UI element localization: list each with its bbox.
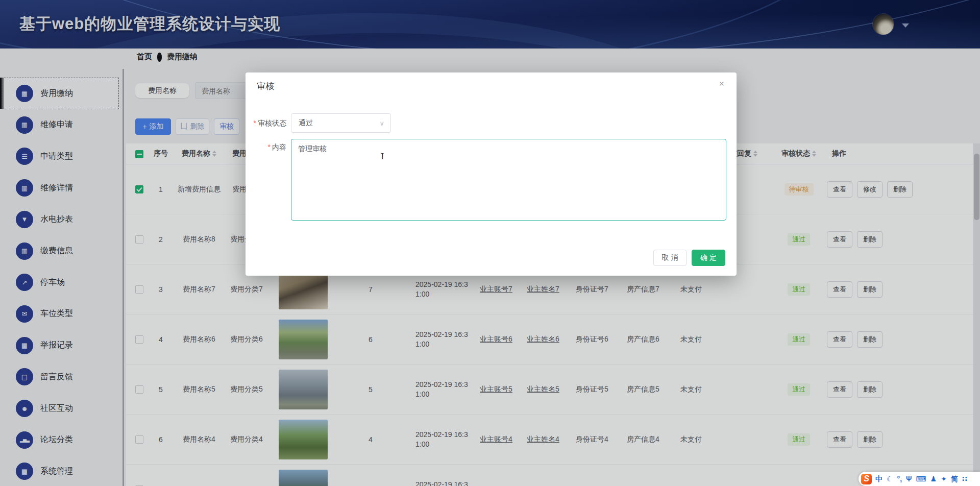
chevron-down-icon: ∨ bbox=[379, 119, 384, 127]
punctuation-icon[interactable]: °, bbox=[897, 472, 902, 486]
simplified-icon[interactable]: 简 bbox=[951, 472, 958, 486]
textarea-value: 管理审核 bbox=[298, 144, 327, 153]
close-icon[interactable]: × bbox=[719, 79, 724, 89]
review-status-select[interactable]: 通过 ∨ bbox=[291, 113, 391, 133]
keyboard-icon[interactable]: ⌨ bbox=[916, 472, 926, 486]
cancel-button[interactable]: 取 消 bbox=[653, 250, 687, 266]
text-cursor: I bbox=[381, 152, 384, 161]
content-textarea[interactable]: 管理审核 bbox=[291, 139, 726, 221]
content-label: *内容 bbox=[246, 143, 286, 152]
required-mark: * bbox=[254, 119, 256, 127]
ime-toolbar: S 中☾°,Ψ⌨♟✦简∷ bbox=[859, 472, 980, 486]
review-status-label: *审核状态 bbox=[246, 119, 286, 128]
chinese-mode-icon[interactable]: 中 bbox=[875, 472, 883, 486]
dialog-title: 审核 bbox=[257, 80, 274, 92]
toolbox-icon[interactable]: ∷ bbox=[962, 472, 967, 486]
ime-icons: 中☾°,Ψ⌨♟✦简∷ bbox=[875, 472, 967, 486]
skin-icon[interactable]: ✦ bbox=[941, 472, 947, 486]
sogou-logo-icon[interactable]: S bbox=[861, 474, 872, 484]
voice-icon[interactable]: Ψ bbox=[906, 472, 912, 486]
confirm-button[interactable]: 确 定 bbox=[692, 250, 725, 266]
required-mark: * bbox=[268, 143, 271, 151]
app: 基于web的物业管理系统设计与实现 首页 费用缴纳 ▦费用缴纳▦维修申请☰申请类… bbox=[0, 0, 980, 486]
night-mode-icon[interactable]: ☾ bbox=[887, 472, 893, 486]
user-dict-icon[interactable]: ♟ bbox=[930, 472, 937, 486]
select-value: 通过 bbox=[299, 118, 313, 128]
review-dialog: 审核 × *审核状态 通过 ∨ *内容 管理审核 取 消 确 定 bbox=[246, 72, 737, 276]
